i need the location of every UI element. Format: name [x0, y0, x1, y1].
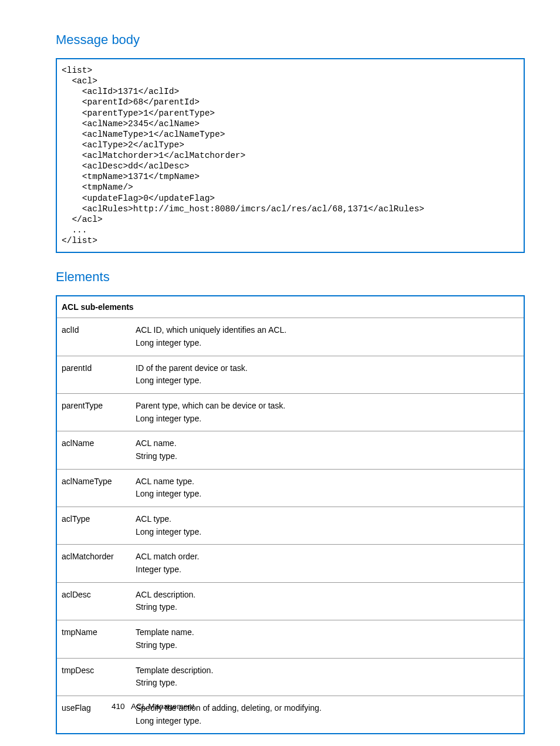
element-name: aclNameType — [56, 469, 131, 507]
element-name: tmpDesc — [56, 658, 131, 696]
table-row: aclType ACL type.Long integer type. — [56, 507, 524, 545]
table-row: tmpDesc Template description.String type… — [56, 658, 524, 696]
table-header: ACL sub-elements — [56, 296, 524, 318]
element-desc: ACL description.String type. — [131, 582, 524, 620]
table-row: aclId ACL ID, which uniquely identifies … — [56, 318, 524, 356]
element-name: aclType — [56, 507, 131, 545]
element-name: parentId — [56, 356, 131, 393]
element-desc: Template description.String type. — [131, 658, 524, 696]
element-name: aclName — [56, 431, 131, 469]
element-desc: Specify the action of adding, deleting, … — [131, 696, 524, 734]
page-number: 410 — [112, 702, 125, 711]
footer-section: ACL Management — [131, 702, 194, 711]
element-desc: ACL name type.Long integer type. — [131, 469, 524, 507]
element-desc: Template name.String type. — [131, 620, 524, 658]
table-row: aclDesc ACL description.String type. — [56, 582, 524, 620]
element-name: useFlag — [56, 696, 131, 734]
table-body: aclId ACL ID, which uniquely identifies … — [56, 318, 524, 734]
element-name: aclMatchorder — [56, 545, 131, 582]
table-row: aclName ACL name.String type. — [56, 431, 524, 469]
elements-table: ACL sub-elements aclId ACL ID, which uni… — [56, 295, 525, 734]
element-desc: ACL name.String type. — [131, 431, 524, 469]
element-desc: ID of the parent device or task.Long int… — [131, 356, 524, 393]
page: Message body <list> <acl> <aclId>1371</a… — [56, 32, 525, 734]
element-desc: ACL type.Long integer type. — [131, 507, 524, 545]
element-name: tmpName — [56, 620, 131, 658]
heading-elements: Elements — [56, 269, 525, 285]
element-name: aclId — [56, 318, 131, 356]
table-row: tmpName Template name.String type. — [56, 620, 524, 658]
table-row: useFlag Specify the action of adding, de… — [56, 696, 524, 734]
code-block: <list> <acl> <aclId>1371</aclId> <parent… — [56, 58, 525, 253]
element-name: aclDesc — [56, 582, 131, 620]
element-desc: Parent type, which can be device or task… — [131, 393, 524, 431]
table-row: aclNameType ACL name type.Long integer t… — [56, 469, 524, 507]
page-footer: 410 ACL Management — [112, 702, 194, 711]
table-row: parentType Parent type, which can be dev… — [56, 393, 524, 431]
element-desc: ACL ID, which uniquely identifies an ACL… — [131, 318, 524, 356]
heading-message-body: Message body — [56, 32, 525, 48]
table-row: parentId ID of the parent device or task… — [56, 356, 524, 393]
table-row: aclMatchorder ACL match order.Integer ty… — [56, 545, 524, 582]
element-desc: ACL match order.Integer type. — [131, 545, 524, 582]
element-name: parentType — [56, 393, 131, 431]
